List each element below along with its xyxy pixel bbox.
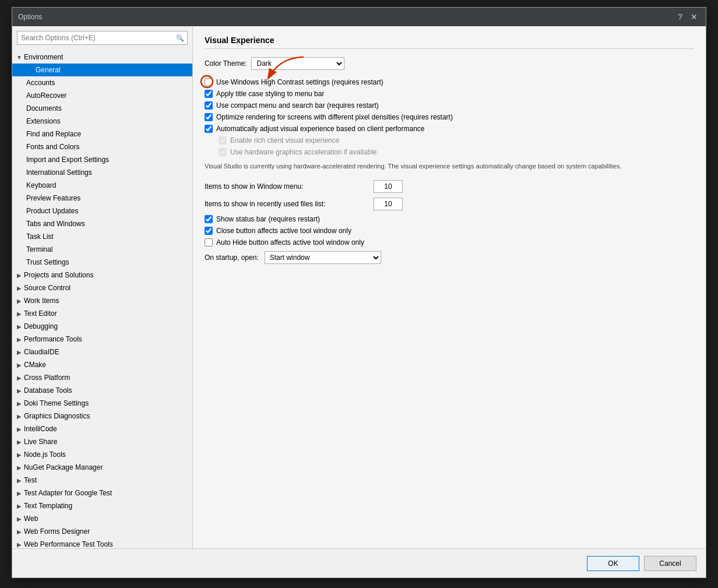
tree-item-cmake[interactable]: ▶ CMake [12, 358, 192, 371]
field-input-recent-files[interactable] [374, 198, 403, 210]
tree-label-general: General [36, 66, 61, 74]
checkbox-row-auto-hide: Auto Hide button affects active tool win… [205, 238, 694, 247]
checkbox-high-contrast[interactable] [205, 78, 213, 86]
tree-label-cmake: CMake [24, 361, 46, 369]
checkbox-auto-adjust[interactable] [205, 125, 213, 133]
tree-item-debugging[interactable]: ▶ Debugging [12, 320, 192, 333]
tree-item-perf-tools[interactable]: ▶ Performance Tools [12, 333, 192, 346]
search-input[interactable] [17, 34, 173, 42]
dialog-title: Options [18, 13, 674, 21]
tree-item-doki-theme[interactable]: ▶ Doki Theme Settings [12, 397, 192, 410]
expand-icon-test: ▶ [15, 477, 24, 484]
tree-item-intl[interactable]: International Settings [12, 166, 192, 179]
tree-item-nodejs[interactable]: ▶ Node.js Tools [12, 448, 192, 461]
label-high-contrast: Use Windows High Contrast settings (requ… [216, 78, 383, 86]
tree-label-nodejs: Node.js Tools [24, 450, 66, 459]
tree-label-import-export: Import and Export Settings [26, 156, 109, 164]
tree-item-accounts[interactable]: Accounts [12, 76, 192, 89]
label-auto-adjust: Automatically adjust visual experience b… [216, 125, 425, 133]
color-theme-container: Color Theme: Dark Blue Blue (Extra Contr… [205, 57, 694, 70]
tree-container[interactable]: ▼ Environment General Accounts AutoRecov… [12, 50, 192, 548]
tree-item-test[interactable]: ▶ Test [12, 474, 192, 487]
tree-item-environment[interactable]: ▼ Environment [12, 51, 192, 64]
expand-icon-database-tools: ▶ [15, 388, 24, 394]
ok-button[interactable]: OK [587, 556, 639, 571]
tree-item-web-perf[interactable]: ▶ Web Performance Test Tools [12, 538, 192, 548]
tree-item-work-items[interactable]: ▶ Work Items [12, 294, 192, 307]
tree-label-projects: Projects and Solutions [24, 271, 93, 279]
cancel-button[interactable]: Cancel [644, 556, 696, 571]
checkbox-auto-hide[interactable] [205, 238, 213, 247]
tree-label-web-perf: Web Performance Test Tools [24, 540, 113, 548]
tree-item-intellicode[interactable]: ▶ IntelliCode [12, 422, 192, 435]
checkbox-row-hardware-accel: Use hardware graphics acceleration if av… [219, 148, 694, 156]
expand-icon-nodejs: ▶ [15, 452, 24, 458]
search-button[interactable]: 🔍 [173, 31, 187, 45]
tree-item-terminal[interactable]: Terminal [12, 243, 192, 256]
tree-item-extensions[interactable]: Extensions [12, 115, 192, 128]
dialog-body: 🔍 ▼ Environment General Accounts [12, 26, 706, 548]
title-bar: Options ? ✕ [12, 8, 706, 26]
tree-item-web[interactable]: ▶ Web [12, 512, 192, 525]
checkbox-row-compact-menu: Use compact menu and search bar (require… [205, 101, 694, 110]
tree-item-source-control[interactable]: ▶ Source Control [12, 281, 192, 294]
tree-item-product-updates[interactable]: Product Updates [12, 205, 192, 217]
checkbox-row-high-contrast: Use Windows High Contrast settings (requ… [205, 78, 694, 86]
help-button[interactable]: ? [674, 11, 686, 23]
expand-icon-nuget: ▶ [15, 464, 24, 471]
color-theme-select[interactable]: Dark Blue Blue (Extra Contrast) Light [251, 57, 344, 70]
tree-item-text-templating[interactable]: ▶ Text Templating [12, 499, 192, 512]
checkbox-pixel-density[interactable] [205, 113, 213, 121]
tree-label-text-templating: Text Templating [24, 502, 72, 510]
tree-item-live-share[interactable]: ▶ Live Share [12, 435, 192, 448]
tree-item-autorecover[interactable]: AutoRecover [12, 89, 192, 102]
checkbox-status-bar[interactable] [205, 215, 213, 223]
dialog-footer: OK Cancel [12, 548, 706, 578]
checkbox-title-case[interactable] [205, 90, 213, 98]
checkbox-compact-menu[interactable] [205, 101, 213, 110]
checkbox-close-button[interactable] [205, 227, 213, 235]
label-compact-menu: Use compact menu and search bar (require… [216, 101, 379, 110]
tree-label-intl: International Settings [26, 168, 92, 177]
tree-label-tabs-windows: Tabs and Windows [26, 220, 85, 228]
startup-select[interactable]: Start window Empty environment New Proje… [265, 251, 381, 264]
tree-item-projects[interactable]: ▶ Projects and Solutions [12, 269, 192, 281]
tree-item-database-tools[interactable]: ▶ Database Tools [12, 384, 192, 397]
tree-item-task-list[interactable]: Task List [12, 230, 192, 243]
expand-icon-text-templating: ▶ [15, 503, 24, 509]
tree-item-documents[interactable]: Documents [12, 102, 192, 115]
expand-icon-cross-platform: ▶ [15, 375, 24, 381]
tree-label-trust: Trust Settings [26, 258, 69, 266]
tree-item-nuget[interactable]: ▶ NuGet Package Manager [12, 461, 192, 474]
left-panel: 🔍 ▼ Environment General Accounts [12, 26, 193, 548]
tree-item-text-editor[interactable]: ▶ Text Editor [12, 307, 192, 320]
tree-item-web-forms[interactable]: ▶ Web Forms Designer [12, 525, 192, 538]
color-theme-label: Color Theme: [205, 59, 247, 68]
tree-label-doki-theme: Doki Theme Settings [24, 399, 89, 407]
tree-item-general[interactable]: General [12, 64, 192, 76]
tree-item-import-export[interactable]: Import and Export Settings [12, 153, 192, 166]
search-box[interactable]: 🔍 [17, 31, 188, 45]
tree-item-trust[interactable]: Trust Settings [12, 256, 192, 269]
label-close-button: Close button affects active tool window … [216, 227, 351, 235]
field-input-window-menu[interactable] [374, 180, 403, 193]
tree-item-test-adapter[interactable]: ▶ Test Adapter for Google Test [12, 487, 192, 499]
expand-icon-source-control: ▶ [15, 285, 24, 291]
field-row-window-menu: Items to show in Window menu: [205, 180, 694, 193]
options-dialog: Options ? ✕ 🔍 ▼ Environment [12, 7, 706, 578]
tree-item-cross-platform[interactable]: ▶ Cross Platform [12, 371, 192, 384]
tree-label-graphics: Graphics Diagnostics [24, 412, 90, 420]
tree-item-fonts-colors[interactable]: Fonts and Colors [12, 140, 192, 153]
tree-item-tabs-windows[interactable]: Tabs and Windows [12, 217, 192, 230]
tree-item-preview[interactable]: Preview Features [12, 192, 192, 205]
expand-icon-projects: ▶ [15, 272, 24, 279]
tree-item-keyboard[interactable]: Keyboard [12, 179, 192, 192]
tree-item-graphics[interactable]: ▶ Graphics Diagnostics [12, 410, 192, 422]
tree-item-claudia[interactable]: ▶ ClaudiaIDE [12, 346, 192, 358]
expand-icon-graphics: ▶ [15, 413, 24, 420]
expand-icon-claudia: ▶ [15, 349, 24, 355]
tree-label-autorecover: AutoRecover [26, 91, 66, 100]
tree-item-find-replace[interactable]: Find and Replace [12, 128, 192, 140]
label-status-bar: Show status bar (requires restart) [216, 215, 320, 223]
close-button[interactable]: ✕ [688, 11, 700, 23]
